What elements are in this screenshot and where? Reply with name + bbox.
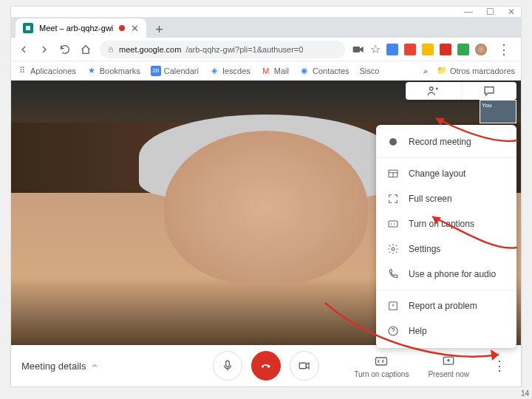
bookmark-item[interactable]: ★Bookmarks (86, 66, 140, 76)
reload-button[interactable] (58, 43, 72, 56)
svg-rect-0 (109, 49, 113, 52)
present-icon (441, 354, 456, 369)
extension-icon[interactable] (440, 44, 451, 55)
close-window-button[interactable]: ✕ (508, 7, 515, 17)
tab-title: Meet – arb-qqhz-gwi (39, 24, 113, 33)
maximize-button[interactable]: ☐ (486, 7, 494, 17)
menu-settings[interactable]: Settings (376, 236, 516, 262)
extension-icon[interactable] (457, 44, 469, 55)
bookmarks-bar: ⠿Aplicaciones ★Bookmarks 28Calendari ◈Ie… (11, 61, 521, 81)
bookmark-item[interactable]: Sisco (360, 66, 380, 75)
menu-layout[interactable]: Change layout (376, 157, 516, 186)
report-icon (386, 299, 400, 313)
self-view[interactable]: You (480, 100, 516, 123)
bookmark-overflow[interactable]: » (423, 66, 428, 75)
minimize-button[interactable]: — (464, 7, 473, 17)
layout-icon (386, 167, 400, 180)
meeting-content: You Record meeting Change layout Full sc… (11, 81, 521, 361)
record-icon (386, 135, 400, 149)
other-bookmarks[interactable]: 📁Otros marcadores (437, 66, 515, 76)
more-options-menu: Record meeting Change layout Full screen… (376, 125, 516, 348)
svg-point-5 (392, 248, 395, 250)
help-icon (386, 324, 400, 338)
svg-rect-9 (299, 363, 306, 369)
back-button[interactable] (17, 43, 30, 56)
svg-rect-4 (389, 221, 398, 227)
meet-favicon-icon (23, 23, 33, 33)
fullscreen-icon (386, 192, 400, 205)
extension-icon[interactable] (386, 44, 398, 55)
meeting-details-button[interactable]: Meeting details (21, 361, 99, 372)
camera-permission-icon[interactable] (352, 45, 364, 54)
star-icon[interactable]: ☆ (370, 42, 381, 56)
svg-rect-8 (226, 361, 230, 366)
menu-help[interactable]: Help (376, 318, 516, 344)
menu-fullscreen[interactable]: Full screen (376, 186, 516, 211)
menu-record[interactable]: Record meeting (376, 129, 516, 154)
svg-point-2 (430, 87, 434, 91)
url-path: /arb-qqhz-gwi?pli=1&authuser=0 (185, 45, 303, 54)
cc-icon (374, 354, 389, 369)
new-tab-button[interactable]: + (146, 22, 172, 38)
captions-icon (386, 217, 400, 231)
svg-rect-1 (353, 47, 360, 52)
url-host: meet.google.com (119, 45, 181, 54)
address-bar[interactable]: meet.google.com/arb-qqhz-gwi?pli=1&authu… (100, 41, 345, 58)
people-tab[interactable] (406, 82, 462, 100)
meeting-bottom-bar: Meeting details Turn on captions Present… (11, 345, 521, 386)
bookmark-item[interactable]: 28Calendari (151, 66, 199, 76)
present-button[interactable]: Present now (428, 354, 469, 378)
bookmark-item[interactable]: MMail (261, 66, 289, 76)
menu-captions[interactable]: Turn on captions (376, 211, 516, 236)
chat-tab[interactable] (462, 82, 517, 100)
gear-icon (386, 242, 400, 256)
bookmark-item[interactable]: ◈Iescdes (209, 66, 250, 76)
tab-bar: Meet – arb-qqhz-gwi ✕ + (11, 17, 521, 38)
menu-report[interactable]: Report a problem (376, 290, 516, 318)
captions-button[interactable]: Turn on captions (354, 354, 409, 378)
lock-icon (107, 46, 115, 53)
home-button[interactable] (79, 43, 92, 56)
menu-phone[interactable]: Use a phone for audio (376, 262, 516, 287)
leave-call-button[interactable] (251, 351, 281, 381)
svg-rect-10 (376, 358, 387, 365)
extension-icon[interactable] (404, 44, 416, 55)
chevron-up-icon (90, 361, 99, 370)
close-tab-button[interactable]: ✕ (131, 23, 139, 34)
self-view-label: You (482, 102, 492, 109)
extension-icon[interactable] (422, 44, 434, 55)
profile-avatar-icon[interactable] (475, 44, 487, 55)
window-controls: — ☐ ✕ (11, 7, 521, 17)
recording-indicator-icon (119, 25, 125, 31)
bookmark-item[interactable]: ◉Contactes (299, 66, 349, 76)
nav-bar: meet.google.com/arb-qqhz-gwi?pli=1&authu… (11, 38, 521, 61)
phone-icon (386, 267, 400, 281)
more-options-button[interactable]: ⋮ (488, 358, 511, 374)
top-panel-tabs (406, 82, 516, 100)
forward-button[interactable] (38, 43, 51, 56)
page-number: 14 (521, 389, 529, 398)
mute-mic-button[interactable] (213, 351, 242, 381)
browser-tab[interactable]: Meet – arb-qqhz-gwi ✕ (16, 18, 146, 38)
extensions: ☆ ⋮ (352, 41, 515, 58)
browser-menu-button[interactable]: ⋮ (493, 41, 515, 58)
camera-button[interactable] (290, 351, 319, 381)
apps-button[interactable]: ⠿Aplicaciones (17, 66, 76, 76)
